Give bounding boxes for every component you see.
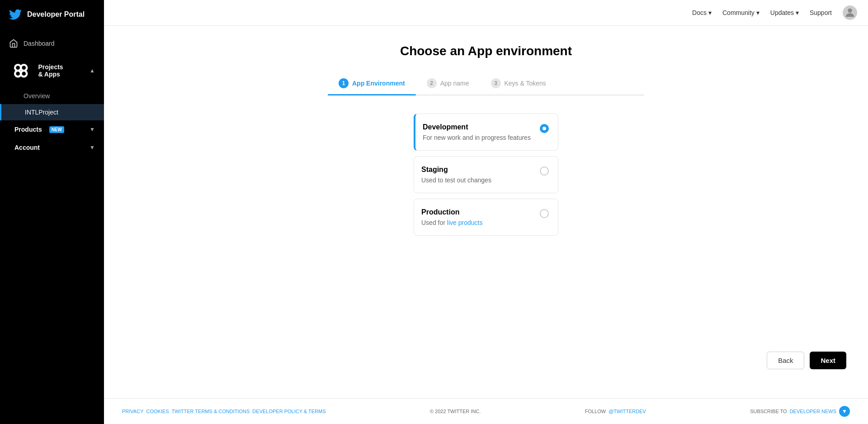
sidebar-section-account-label: Account [14, 144, 40, 151]
step-1-number: 1 [342, 80, 345, 86]
step-app-name[interactable]: 2 App name [416, 73, 480, 95]
footer-follow-handle[interactable]: @TWITTERDEV [609, 409, 646, 414]
step-3-label: Keys & Tokens [505, 80, 546, 87]
community-chevron-icon: ▾ [756, 9, 760, 16]
env-card-staging-text: Staging Used to test out changes [421, 166, 534, 184]
twitter-logo-icon [9, 8, 22, 21]
back-button[interactable]: Back [767, 352, 804, 369]
footer-copyright: © 2022 TWITTER INC. [430, 409, 481, 414]
updates-chevron-icon: ▾ [796, 9, 799, 16]
env-card-production-text: Production Used for live products [421, 208, 534, 226]
footer-links-section: PRIVACY COOKIES TWITTER TERMS & CONDITIO… [122, 409, 326, 414]
next-button[interactable]: Next [810, 352, 846, 369]
chevron-down-icon: ▼ [90, 126, 95, 133]
env-staging-title: Staging [421, 166, 534, 174]
sidebar-section-projects-apps-label: Projects & Apps [38, 63, 63, 78]
svg-point-3 [21, 71, 27, 76]
footer-cookies-link[interactable]: COOKIES [146, 409, 169, 414]
sidebar-section-left: Projects & Apps [9, 59, 63, 82]
topbar: Docs ▾ Community ▾ Updates ▾ Support [104, 0, 868, 26]
steps-bar: 1 App Environment 2 App name 3 [328, 73, 644, 95]
env-card-development[interactable]: Development For new work and in progress… [414, 114, 558, 151]
env-production-live-link: live products [447, 219, 483, 226]
step-2-label: App name [440, 80, 469, 87]
step-3-circle: 3 [491, 78, 501, 88]
topbar-community-label: Community [722, 9, 755, 16]
footer-twitter-terms-link[interactable]: TWITTER TERMS & CONDITIONS [172, 409, 250, 414]
footer-subscribe-link[interactable]: DEVELOPER NEWS [790, 409, 836, 414]
right-panel: Docs ▾ Community ▾ Updates ▾ Support [104, 0, 868, 424]
apps-icon [9, 59, 33, 82]
chevron-up-icon: ▲ [90, 67, 95, 74]
sidebar-section-projects-apps-header[interactable]: Projects & Apps ▲ [0, 53, 104, 88]
footer-follow-section: FOLLOW @TWITTERDEV [585, 409, 646, 414]
user-icon [844, 6, 856, 19]
sidebar-item-intlproject-label: INTLProject [25, 109, 58, 116]
footer-developer-policy-link[interactable]: DEVELOPER POLICY & TERMS [252, 409, 326, 414]
topbar-docs-link[interactable]: Docs ▾ [692, 9, 712, 16]
docs-chevron-icon: ▾ [708, 9, 712, 16]
step-2-number: 2 [430, 80, 433, 86]
step-keys-tokens[interactable]: 3 Keys & Tokens [480, 73, 557, 95]
step-1-label: App Environment [352, 80, 405, 87]
env-staging-desc: Used to test out changes [421, 176, 534, 184]
sidebar-section-products-header[interactable]: Products NEW ▼ [0, 120, 104, 138]
sidebar: Developer Portal Dashboard [0, 0, 104, 424]
page-footer: PRIVACY COOKIES TWITTER TERMS & CONDITIO… [104, 398, 868, 424]
sidebar-item-intlproject[interactable]: INTLProject [0, 104, 104, 120]
topbar-community-link[interactable]: Community ▾ [722, 9, 760, 16]
sidebar-brand-title: Developer Portal [27, 10, 85, 19]
home-icon [9, 39, 18, 48]
footer-buttons: Back Next [104, 341, 868, 380]
topbar-updates-label: Updates [770, 9, 794, 16]
page-title: Choose an App environment [400, 44, 572, 58]
sidebar-header: Developer Portal [0, 0, 104, 29]
environment-cards: Development For new work and in progress… [414, 114, 558, 236]
footer-subscribe-section: SUBSCRIBE TO DEVELOPER NEWS ▼ [750, 406, 850, 417]
sidebar-section-products-label: Products [14, 126, 42, 133]
env-card-development-text: Development For new work and in progress… [423, 123, 534, 141]
sidebar-section-products: Products NEW ▼ [0, 120, 104, 138]
main-content: Choose an App environment 1 App Environm… [104, 26, 868, 398]
step-2-circle: 2 [427, 78, 437, 88]
step-app-environment[interactable]: 1 App Environment [328, 73, 416, 95]
topbar-updates-link[interactable]: Updates ▾ [770, 9, 799, 16]
topbar-docs-label: Docs [692, 9, 707, 16]
env-development-desc: For new work and in progress features [423, 134, 534, 141]
footer-follow-label: FOLLOW [585, 409, 606, 414]
topbar-support-label: Support [810, 9, 832, 16]
sidebar-section-account-left: Account [9, 144, 40, 151]
sidebar-item-overview-label: Overview [24, 92, 50, 100]
env-development-title: Development [423, 123, 534, 131]
sidebar-section-products-left: Products NEW [9, 126, 64, 133]
sidebar-section-account: Account ▼ [0, 138, 104, 157]
avatar[interactable] [843, 5, 857, 20]
chevron-down-account-icon: ▼ [90, 144, 95, 151]
env-card-production[interactable]: Production Used for live products [414, 199, 558, 236]
sidebar-section-projects-apps: Projects & Apps ▲ Overview INTLProject [0, 53, 104, 120]
step-3-number: 3 [494, 80, 497, 86]
sidebar-item-overview[interactable]: Overview [0, 88, 104, 104]
footer-subscribe-label: SUBSCRIBE TO [750, 409, 787, 414]
topbar-support-link[interactable]: Support [810, 9, 832, 16]
footer-privacy-link[interactable]: PRIVACY [122, 409, 143, 414]
step-1-circle: 1 [339, 78, 349, 88]
sidebar-nav: Dashboard Projects & Apps ▲ [0, 29, 104, 424]
env-production-radio[interactable] [540, 209, 549, 218]
env-production-title: Production [421, 208, 534, 216]
content-area: Choose an App environment 1 App Environm… [104, 26, 868, 398]
env-production-desc: Used for live products [421, 219, 534, 226]
env-staging-radio[interactable] [540, 167, 549, 176]
env-card-staging[interactable]: Staging Used to test out changes [414, 156, 558, 193]
env-development-radio[interactable] [540, 124, 549, 133]
sidebar-item-dashboard[interactable]: Dashboard [0, 33, 104, 53]
sidebar-item-dashboard-label: Dashboard [24, 40, 55, 47]
products-new-badge: NEW [49, 126, 64, 133]
svg-point-5 [848, 9, 852, 13]
footer-expand-button[interactable]: ▼ [839, 406, 850, 417]
sidebar-section-account-header[interactable]: Account ▼ [0, 138, 104, 157]
